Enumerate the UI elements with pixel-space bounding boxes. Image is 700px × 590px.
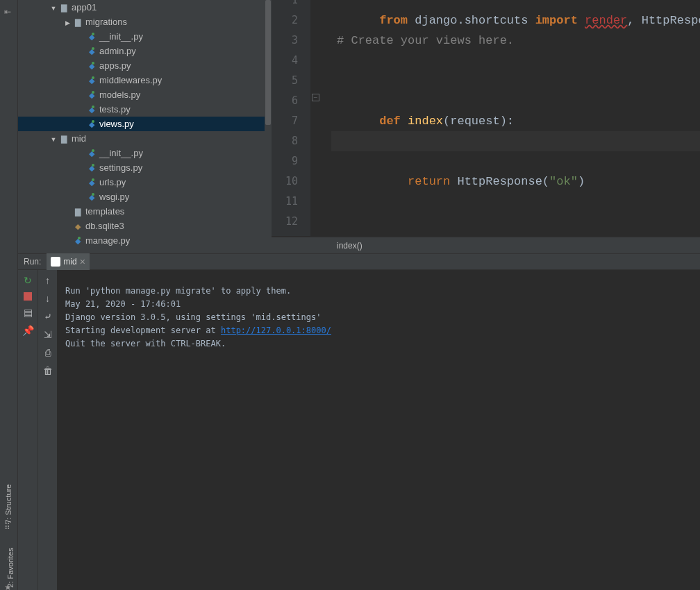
- run-header: Run: mid ×: [18, 253, 700, 270]
- tree-item-label: middlewares.py: [99, 75, 162, 85]
- line-gutter: 123456789101112: [272, 0, 310, 236]
- tree-item-label: manage.py: [85, 235, 130, 246]
- tree-item-label: mid: [72, 133, 86, 144]
- structure-icon[interactable]: ⠿: [4, 522, 10, 532]
- tree-item-label: apps.py: [99, 60, 131, 71]
- tree-item-mid[interactable]: ▼▇mid: [18, 131, 272, 146]
- tree-item-label: migrations: [85, 17, 127, 27]
- py-icon: ◆: [86, 103, 97, 117]
- trash-icon[interactable]: 🗑: [42, 364, 54, 377]
- expand-arrow-icon[interactable]: ▼: [49, 133, 58, 147]
- tree-item-label: app01: [72, 2, 97, 12]
- server-url-link[interactable]: http://127.0.0.1:8000/: [221, 326, 331, 335]
- folder-icon: ▇: [72, 205, 83, 219]
- tree-item-views-py[interactable]: ◆views.py: [18, 117, 272, 131]
- py-icon: ◆: [86, 44, 97, 59]
- code-line: return HttpResponse("ok"): [337, 151, 585, 171]
- tree-item-label: views.py: [99, 119, 134, 129]
- project-tree[interactable]: ▼▇app01▶▇migrations◆__init__.py◆admin.py…: [18, 0, 272, 253]
- db-icon: ◆: [72, 219, 83, 234]
- tree-item-admin-py[interactable]: ◆admin.py: [18, 44, 272, 58]
- structure-tool-button[interactable]: 7: Structure: [4, 484, 12, 524]
- code-line: # Create your views here.: [337, 31, 514, 51]
- code-line: from django.shortcuts import render, Htt…: [337, 0, 700, 10]
- fold-minus-icon[interactable]: −: [312, 94, 319, 101]
- tree-item-apps-py[interactable]: ◆apps.py: [18, 58, 272, 73]
- tree-item-label: settings.py: [99, 162, 142, 173]
- line-number: 2: [272, 10, 310, 31]
- breadcrumb[interactable]: index(): [272, 237, 700, 253]
- tree-item-app01[interactable]: ▼▇app01: [18, 0, 272, 15]
- tree-item-db-sqlite3[interactable]: ◆db.sqlite3: [18, 219, 272, 233]
- line-number: 5: [272, 71, 310, 91]
- run-tab-label: mid: [63, 257, 76, 267]
- expand-arrow-icon[interactable]: ▶: [62, 16, 72, 31]
- run-label: Run:: [18, 257, 47, 267]
- tree-item-middlewares-py[interactable]: ◆middlewares.py: [18, 73, 272, 87]
- code-line: print("index视图..."): [337, 111, 551, 131]
- rerun-icon[interactable]: ↻: [22, 274, 34, 287]
- py-icon: ◆: [86, 146, 97, 161]
- run-toolbar-2: ↑ ↓ ⤶ ⇲ ⎙ 🗑: [38, 270, 57, 590]
- line-number: 12: [272, 212, 310, 232]
- tree-item-migrations[interactable]: ▶▇migrations: [18, 15, 272, 29]
- line-number: 7: [272, 111, 310, 131]
- py-icon: ◆: [86, 88, 97, 103]
- line-number: 1: [272, 0, 310, 10]
- tree-item-label: templates: [85, 206, 124, 217]
- tree-item-label: db.sqlite3: [85, 221, 124, 231]
- py-icon: ◆: [86, 190, 97, 205]
- tree-item-__init__-py[interactable]: ◆__init__.py: [18, 29, 272, 44]
- run-tab[interactable]: mid ×: [47, 253, 90, 270]
- py-icon: ◆: [86, 161, 97, 176]
- console-output[interactable]: Run 'python manage.py migrate' to apply …: [57, 270, 700, 590]
- py-icon: ◆: [86, 30, 97, 44]
- collapse-icon[interactable]: ⇤: [4, 7, 11, 17]
- tree-item-settings-py[interactable]: ◆settings.py: [18, 160, 272, 175]
- code-line: def index(request):: [337, 91, 514, 111]
- tree-item-label: __init__.py: [99, 148, 143, 158]
- folder-icon: ▇: [58, 132, 69, 146]
- py-icon: ◆: [86, 117, 97, 132]
- py-icon: ◆: [72, 234, 83, 248]
- down-icon[interactable]: ↓: [42, 292, 54, 305]
- left-tool-rail: ⇤ 7: Structure ⠿ 2: Favorites ★: [0, 0, 18, 590]
- stop-icon[interactable]: [24, 292, 32, 301]
- line-number: 8: [272, 131, 310, 151]
- tree-item-label: tests.py: [99, 104, 131, 115]
- code-line-current: [331, 131, 700, 151]
- tree-item-label: urls.py: [99, 177, 126, 187]
- layout-icon[interactable]: ▤: [22, 306, 34, 319]
- expand-arrow-icon[interactable]: ▼: [49, 1, 58, 16]
- print-icon[interactable]: ⎙: [42, 346, 54, 359]
- tree-scrollbar[interactable]: [265, 0, 272, 233]
- tree-item-templates[interactable]: ▇templates: [18, 204, 272, 219]
- run-toolbar-1: ↻ ▤ 📌: [18, 270, 38, 590]
- wrap-icon[interactable]: ⤶: [42, 310, 54, 323]
- tree-item-__init__-py[interactable]: ◆__init__.py: [18, 146, 272, 160]
- py-icon: ◆: [86, 59, 97, 74]
- up-icon[interactable]: ↑: [42, 274, 54, 287]
- line-number: 11: [272, 192, 310, 212]
- tree-item-manage-py[interactable]: ◆manage.py: [18, 233, 272, 248]
- tree-item-wsgi-py[interactable]: ◆wsgi.py: [18, 189, 272, 204]
- code-area[interactable]: from django.shortcuts import render, Htt…: [331, 0, 700, 236]
- folder-icon: ▇: [72, 15, 83, 30]
- scroll-icon[interactable]: ⇲: [42, 328, 54, 341]
- line-number: 4: [272, 51, 310, 71]
- close-icon[interactable]: ×: [80, 256, 85, 267]
- run-panel: Run: mid × ↻ ▤ 📌 ↑ ↓ ⤶ ⇲ ⎙ 🗑 Run 'python…: [18, 253, 700, 590]
- py-icon: ◆: [86, 74, 97, 88]
- pin-icon[interactable]: 📌: [22, 324, 34, 337]
- tree-item-tests-py[interactable]: ◆tests.py: [18, 102, 272, 117]
- favorites-icon[interactable]: ★: [4, 582, 12, 590]
- tree-item-label: admin.py: [99, 46, 136, 56]
- tree-item-label: wsgi.py: [99, 192, 129, 202]
- code-editor[interactable]: 123456789101112 − from django.shortcuts …: [272, 0, 700, 253]
- tree-item-label: __init__.py: [99, 31, 143, 42]
- tree-item-urls-py[interactable]: ◆urls.py: [18, 175, 272, 189]
- tree-item-models-py[interactable]: ◆models.py: [18, 87, 272, 102]
- line-number: 9: [272, 151, 310, 171]
- line-number: 6: [272, 91, 310, 111]
- py-icon: ◆: [86, 176, 97, 190]
